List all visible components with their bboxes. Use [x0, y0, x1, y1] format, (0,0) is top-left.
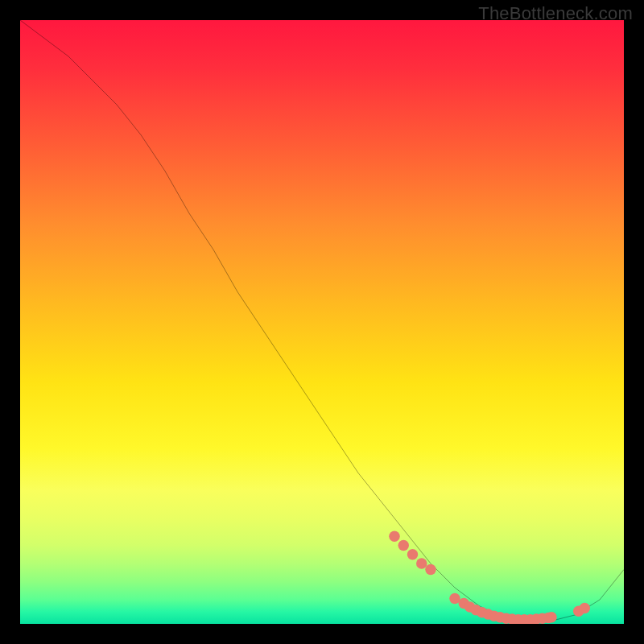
highlight-dot	[398, 540, 410, 551]
highlight-dot	[407, 549, 419, 560]
chart-svg	[20, 20, 624, 624]
highlight-dot	[425, 564, 436, 576]
highlight-dot	[416, 558, 427, 569]
highlight-dots	[389, 531, 590, 625]
bottleneck-curve-path	[20, 20, 624, 621]
highlight-dot	[389, 531, 399, 543]
highlight-dot	[546, 612, 557, 623]
highlight-dot	[580, 603, 591, 614]
chart-frame: TheBottleneck.com	[0, 0, 644, 644]
plot-area	[20, 20, 624, 624]
